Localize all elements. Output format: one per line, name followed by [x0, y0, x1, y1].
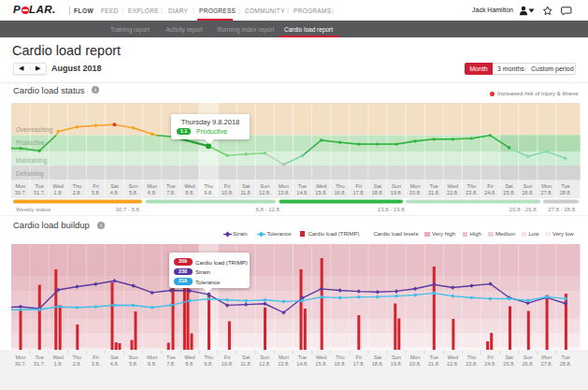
svg-text:Sun: Sun: [392, 183, 401, 189]
svg-text:Fri: Fri: [93, 354, 99, 360]
svg-text:15.8.: 15.8.: [315, 361, 327, 367]
svg-text:10.8.: 10.8.: [222, 361, 234, 367]
svg-text:16.8.: 16.8.: [334, 361, 346, 367]
svg-text:15.8.: 15.8.: [315, 190, 327, 195]
svg-text:19.8.: 19.8.: [391, 190, 403, 195]
svg-text:28.8.: 28.8.: [560, 361, 572, 367]
svg-text:24.8.: 24.8.: [484, 190, 496, 195]
svg-text:Mon: Mon: [410, 183, 421, 189]
svg-text:28.8.: 28.8.: [560, 190, 572, 195]
svg-text:Mon: Mon: [16, 354, 26, 360]
svg-text:Sat: Sat: [505, 354, 513, 360]
svg-text:13.8.: 13.8.: [278, 190, 290, 195]
svg-text:10.8.: 10.8.: [222, 190, 234, 195]
svg-text:Tue: Tue: [561, 183, 569, 189]
svg-text:13.8.: 13.8.: [278, 361, 290, 367]
svg-text:Tue: Tue: [298, 354, 307, 360]
svg-text:Mon: Mon: [541, 354, 552, 360]
svg-text:5.8.: 5.8.: [129, 190, 138, 195]
svg-text:11.8.: 11.8.: [240, 361, 251, 367]
svg-text:27.8 - 28.8.: 27.8 - 28.8.: [548, 207, 577, 212]
svg-text:Wed: Wed: [184, 183, 194, 189]
svg-text:31.7.: 31.7.: [34, 190, 46, 195]
svg-text:25.8.: 25.8.: [503, 190, 515, 195]
svg-text:Sat: Sat: [110, 183, 119, 189]
svg-text:Sat: Sat: [242, 183, 251, 189]
svg-text:Tue: Tue: [561, 354, 569, 360]
svg-text:Thu: Thu: [467, 354, 477, 360]
svg-text:7.8.: 7.8.: [166, 190, 176, 195]
svg-text:Wed: Wed: [316, 354, 326, 360]
svg-text:Sat: Sat: [374, 354, 382, 360]
svg-text:13.8 - 19.8.: 13.8 - 19.8.: [378, 207, 407, 212]
svg-text:6.8 - 12.8.: 6.8 - 12.8.: [255, 207, 280, 212]
svg-text:4.8.: 4.8.: [110, 190, 120, 195]
svg-text:Mon: Mon: [16, 183, 26, 189]
svg-text:17.8.: 17.8.: [353, 190, 366, 195]
svg-text:1.8.: 1.8.: [54, 361, 64, 367]
svg-text:6.8.: 6.8.: [148, 361, 157, 367]
svg-text:19.8.: 19.8.: [391, 361, 403, 367]
svg-text:3.8.: 3.8.: [92, 190, 101, 195]
svg-text:12.8.: 12.8.: [259, 190, 271, 195]
svg-text:Thu: Thu: [336, 354, 345, 360]
svg-text:Tue: Tue: [35, 354, 43, 360]
svg-text:11.8.: 11.8.: [240, 190, 251, 195]
svg-text:25.8.: 25.8.: [503, 361, 515, 367]
svg-text:Sat: Sat: [242, 354, 251, 360]
svg-text:30.7 - 5.8.: 30.7 - 5.8.: [115, 207, 140, 212]
svg-text:12.8.: 12.8.: [259, 361, 271, 367]
svg-text:24.8.: 24.8.: [484, 361, 496, 367]
svg-text:23.8.: 23.8.: [466, 190, 478, 195]
svg-text:1.8.: 1.8.: [54, 190, 64, 195]
svg-text:Fri: Fri: [487, 183, 494, 189]
svg-text:Thu: Thu: [336, 183, 345, 189]
svg-text:Sun: Sun: [129, 183, 138, 189]
svg-text:Fri: Fri: [356, 183, 363, 189]
svg-text:31.7.: 31.7.: [34, 361, 46, 367]
svg-text:2.8.: 2.8.: [73, 190, 82, 195]
svg-text:22.8.: 22.8.: [447, 361, 459, 367]
svg-text:Sun: Sun: [523, 354, 533, 360]
svg-text:5.8.: 5.8.: [129, 361, 138, 367]
svg-text:8.8.: 8.8.: [185, 361, 194, 367]
svg-text:7.8.: 7.8.: [166, 361, 176, 367]
svg-text:Tue: Tue: [298, 183, 307, 189]
svg-text:21.8.: 21.8.: [428, 190, 440, 195]
svg-text:Wed: Wed: [52, 183, 63, 189]
svg-text:Thu: Thu: [204, 183, 213, 189]
svg-text:Overreaching: Overreaching: [16, 126, 52, 134]
svg-text:14.8.: 14.8.: [296, 190, 308, 195]
svg-text:8.8.: 8.8.: [185, 190, 194, 195]
svg-text:Thu: Thu: [204, 354, 213, 360]
svg-text:Fri: Fri: [487, 354, 494, 360]
svg-text:26.8.: 26.8.: [522, 361, 534, 367]
svg-text:Sun: Sun: [392, 354, 401, 360]
svg-text:14.8.: 14.8.: [296, 361, 308, 367]
svg-text:Wed: Wed: [448, 354, 458, 360]
svg-text:Mon: Mon: [279, 354, 289, 360]
svg-text:Mon: Mon: [147, 354, 157, 360]
svg-text:Productive: Productive: [16, 139, 45, 146]
svg-text:Sat: Sat: [374, 183, 382, 189]
svg-text:Mon: Mon: [279, 183, 289, 189]
svg-text:Mon: Mon: [147, 183, 157, 189]
svg-text:Weekly status: Weekly status: [16, 207, 50, 212]
svg-text:Fri: Fri: [224, 183, 231, 189]
svg-text:20.8.: 20.8.: [409, 190, 422, 195]
svg-text:Wed: Wed: [52, 354, 63, 360]
svg-text:18.8.: 18.8.: [372, 361, 384, 367]
svg-text:Tue: Tue: [429, 354, 437, 360]
svg-text:Tue: Tue: [166, 183, 175, 189]
svg-text:Wed: Wed: [316, 183, 326, 189]
svg-text:9.8.: 9.8.: [204, 361, 213, 367]
svg-text:Mon: Mon: [410, 354, 421, 360]
svg-text:2.8.: 2.8.: [73, 361, 82, 367]
svg-text:Thu: Thu: [72, 354, 81, 360]
svg-text:Maintaining: Maintaining: [16, 157, 48, 165]
svg-text:Sun: Sun: [523, 183, 533, 189]
svg-text:Fri: Fri: [224, 354, 231, 360]
svg-text:22.8.: 22.8.: [447, 190, 459, 195]
svg-text:Tue: Tue: [429, 183, 437, 189]
svg-text:Mon: Mon: [541, 183, 552, 189]
